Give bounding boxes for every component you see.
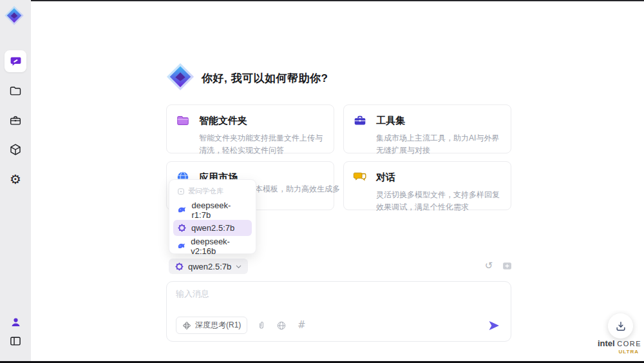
page-title: 你好, 我可以如何帮助你? xyxy=(202,71,328,86)
card-title: 对话 xyxy=(376,172,395,184)
model-option-label: qwen2.5:7b xyxy=(191,223,234,233)
model-dropdown-header: 爱问学仓库 xyxy=(173,185,252,200)
sidebar: ⚙ xyxy=(0,0,31,361)
model-option-label: deepseek-r1:7b xyxy=(192,201,249,220)
card-head: 工具集 xyxy=(353,113,502,128)
repository-icon xyxy=(177,188,185,195)
deep-think-toggle[interactable]: 深度思考(R1) xyxy=(176,317,247,334)
gear-icon: ⚙ xyxy=(10,173,21,186)
card-title: 工具集 xyxy=(376,115,405,127)
model-dropdown: 爱问学仓库 deepseek-r1:7b qwen2.5:7b deepseek… xyxy=(169,179,256,254)
sidebar-item-folders[interactable] xyxy=(5,80,26,102)
card-title: 智能文件夹 xyxy=(199,115,247,127)
qwen-icon xyxy=(175,262,184,271)
card-smart-folder[interactable]: 智能文件夹 智能文件夹功能支持批量文件上传与清洗，轻松实现文件问答 xyxy=(166,104,334,153)
model-option-qwen[interactable]: qwen2.5:7b xyxy=(173,220,252,236)
chat-icon xyxy=(10,55,22,68)
send-button[interactable] xyxy=(488,319,500,332)
model-selector[interactable]: qwen2.5:7b xyxy=(169,259,248,274)
conversation-actions: ↺ xyxy=(483,260,513,271)
core-text: CORE xyxy=(617,340,641,348)
history-icon: ↺ xyxy=(485,261,493,271)
window-top-edge xyxy=(31,0,644,1)
deepseek-icon xyxy=(177,241,186,251)
qwen-icon xyxy=(177,223,187,233)
composer-toolbar: 深度思考(R1) # xyxy=(176,317,307,334)
cube-icon xyxy=(9,143,22,156)
card-description: 智能文件夹功能支持批量文件上传与清洗，轻松实现文件问答 xyxy=(199,132,325,156)
intel-ultra-text: ULTRA xyxy=(595,349,644,355)
new-chat-button[interactable] xyxy=(501,260,513,271)
card-toolset[interactable]: 工具集 集成市场上主流工具，助力AI与外界无缝扩展与对接 xyxy=(343,104,511,153)
chevron-down-icon xyxy=(235,263,242,270)
deep-think-icon xyxy=(182,321,191,330)
intel-brand-text: intel xyxy=(598,338,615,348)
greeting-logo xyxy=(166,62,195,92)
model-option-deepseek-r1[interactable]: deepseek-r1:7b xyxy=(173,202,252,218)
card-description: 灵活切换多模型文件，支持多样回复效果调试，满足个性化需求 xyxy=(376,189,502,213)
model-option-label: deepseek-v2:16b xyxy=(191,237,248,256)
sidebar-item-chat[interactable] xyxy=(5,50,26,72)
toolset-icon xyxy=(353,113,367,128)
paperclip-icon xyxy=(256,320,267,331)
send-icon xyxy=(488,319,500,332)
app-logo xyxy=(4,5,24,26)
message-composer: 深度思考(R1) # xyxy=(166,281,511,342)
card-dialogue[interactable]: 对话 灵活切换多模型文件，支持多样回复效果调试，满足个性化需求 xyxy=(343,161,511,210)
smart-folder-icon xyxy=(176,113,190,128)
deep-think-label: 深度思考(R1) xyxy=(195,320,241,331)
intel-core-badge: intel CORE ULTRA xyxy=(595,338,644,355)
sidebar-item-apps[interactable] xyxy=(5,139,26,161)
attach-button[interactable] xyxy=(256,320,267,331)
card-head: 智能文件夹 xyxy=(176,113,325,128)
sidebar-item-panel-toggle[interactable] xyxy=(5,330,26,352)
card-description-visible-fragment: 本模板，助力高效生成多 xyxy=(255,184,340,195)
card-head: 对话 xyxy=(353,170,502,184)
message-input[interactable] xyxy=(176,288,498,314)
panel-icon xyxy=(9,335,22,348)
intel-core-wordmark: intel CORE xyxy=(595,338,644,348)
model-option-deepseek-v2[interactable]: deepseek-v2:16b xyxy=(173,238,252,254)
prompt-library-button[interactable]: # xyxy=(296,320,307,331)
folder-icon xyxy=(9,84,22,97)
sidebar-item-settings[interactable]: ⚙ xyxy=(5,168,26,190)
diamond-logo-icon xyxy=(166,62,195,92)
repository-label: 爱问学仓库 xyxy=(188,186,223,196)
sidebar-item-account[interactable] xyxy=(5,311,26,333)
dialogue-icon xyxy=(353,170,367,184)
new-chat-icon xyxy=(502,260,513,271)
user-icon xyxy=(10,316,22,328)
selected-model-label: qwen2.5:7b xyxy=(188,262,231,271)
app-window: ⚙ 你好, 我可以如何帮助你? xyxy=(0,0,644,363)
globe-icon xyxy=(276,320,287,331)
sidebar-item-toolbox[interactable] xyxy=(5,110,26,132)
briefcase-icon xyxy=(9,114,22,127)
hash-icon: # xyxy=(298,320,306,330)
diamond-logo-icon xyxy=(4,5,24,26)
deepseek-icon xyxy=(177,205,187,215)
web-search-button[interactable] xyxy=(276,320,287,331)
history-button[interactable]: ↺ xyxy=(483,260,495,271)
download-icon xyxy=(614,320,627,333)
card-description: 集成市场上主流工具，助力AI与外界无缝扩展与对接 xyxy=(376,132,502,156)
download-button[interactable] xyxy=(608,313,633,338)
